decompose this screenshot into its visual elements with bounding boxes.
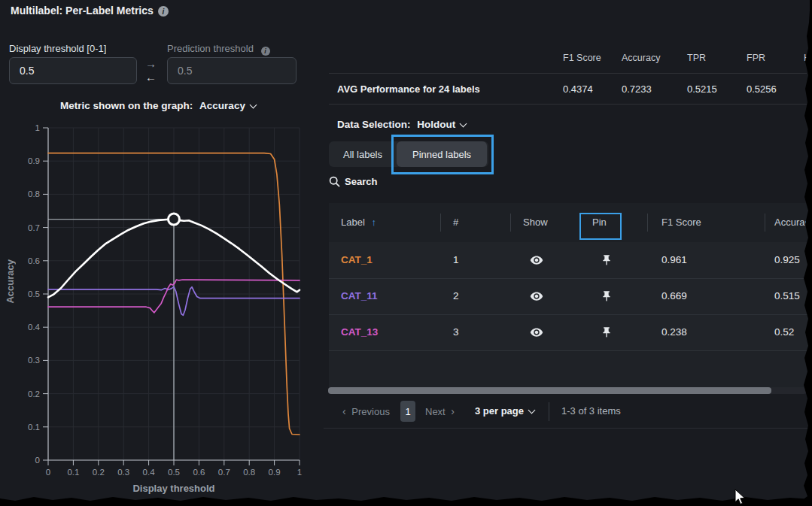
avg-accuracy-value: 0.7233 xyxy=(622,83,652,95)
labels-table-header xyxy=(329,203,812,242)
pin-icon[interactable] xyxy=(601,290,613,302)
table-row: CAT_13 3 0.238 0.52 xyxy=(329,315,812,350)
data-selection: Data Selection: Holdout xyxy=(337,119,466,130)
stat-col-tpr: TPR xyxy=(687,53,706,63)
svg-text:0.9: 0.9 xyxy=(28,156,40,165)
svg-text:0.3: 0.3 xyxy=(28,356,40,365)
svg-text:0.1: 0.1 xyxy=(28,423,40,432)
metric-dropdown-value: Accuracy xyxy=(199,100,245,111)
row-accuracy: 0.52 xyxy=(774,326,794,338)
svg-text:0.6: 0.6 xyxy=(28,256,40,265)
show-eye-icon[interactable] xyxy=(530,289,543,303)
avg-performance-label: AVG Performance for 24 labels xyxy=(337,83,480,95)
divider xyxy=(549,402,549,421)
column-header-label[interactable]: Label ↑ xyxy=(341,217,376,228)
row-accuracy: 0.515 xyxy=(774,290,800,301)
svg-text:0.5: 0.5 xyxy=(28,289,40,298)
stat-col-fpr: FPR xyxy=(747,53,765,63)
show-eye-icon[interactable] xyxy=(530,326,543,339)
divider xyxy=(647,214,648,232)
column-header-f1[interactable]: F1 Score xyxy=(661,217,701,228)
divider xyxy=(324,428,812,429)
items-range: 1-3 of 3 items xyxy=(561,405,621,417)
svg-text:0.8: 0.8 xyxy=(243,468,255,477)
info-icon[interactable]: i xyxy=(261,47,270,56)
tab-all-labels[interactable]: All labels xyxy=(329,141,397,167)
label-link[interactable]: CAT_1 xyxy=(341,254,373,265)
display-threshold-label: Display threshold [0-1] xyxy=(9,43,106,54)
chevron-left-icon: ‹ xyxy=(342,405,346,417)
annotation-box-pinned-labels xyxy=(391,135,494,174)
svg-text:0.2: 0.2 xyxy=(28,389,40,398)
search-label: Search xyxy=(345,176,377,187)
row-f1: 0.238 xyxy=(661,326,687,338)
chart-title-prefix: Metric shown on the graph: xyxy=(60,100,193,111)
stat-col-f1: F1 Score xyxy=(563,53,601,63)
row-f1: 0.669 xyxy=(661,290,687,301)
next-button[interactable]: Next › xyxy=(425,405,455,417)
avg-f1-value: 0.4374 xyxy=(563,83,593,95)
arrow-left-icon: ← xyxy=(145,71,157,83)
pin-icon[interactable] xyxy=(601,254,613,266)
svg-text:0.6: 0.6 xyxy=(193,468,205,477)
column-header-label-text: Label xyxy=(341,217,365,228)
svg-text:0.7: 0.7 xyxy=(28,223,40,232)
multilabel-metrics-panel: Multilabel: Per-Label Metrics i Display … xyxy=(0,0,812,506)
show-eye-icon[interactable] xyxy=(530,253,543,267)
prediction-threshold-input[interactable]: 0.5 xyxy=(167,57,297,84)
svg-text:1: 1 xyxy=(35,123,40,132)
chevron-right-icon: › xyxy=(451,405,455,417)
avg-tpr-value: 0.5215 xyxy=(687,83,717,95)
svg-text:0.2: 0.2 xyxy=(93,468,105,477)
avg-fpr-value: 0.5256 xyxy=(747,83,777,95)
metric-dropdown[interactable]: Accuracy xyxy=(199,100,256,111)
table-row: CAT_1 1 0.961 0.925 xyxy=(329,242,812,278)
pin-icon[interactable] xyxy=(601,326,613,338)
label-link[interactable]: CAT_11 xyxy=(341,290,378,301)
data-selection-dropdown[interactable]: Holdout xyxy=(417,119,466,130)
page-1-button[interactable]: 1 xyxy=(400,401,415,422)
previous-label: Previous xyxy=(351,406,390,417)
row-rank: 2 xyxy=(453,290,459,301)
chevron-down-icon xyxy=(528,407,536,414)
info-icon[interactable]: i xyxy=(158,6,169,17)
svg-text:0.8: 0.8 xyxy=(28,189,40,198)
accuracy-threshold-chart[interactable]: 00.10.20.30.40.50.60.70.80.9100.10.20.30… xyxy=(0,120,324,483)
divider xyxy=(440,214,441,232)
search-control[interactable]: Search xyxy=(329,176,377,187)
data-selection-value: Holdout xyxy=(417,119,455,130)
svg-text:0.5: 0.5 xyxy=(168,468,180,477)
label-link[interactable]: CAT_13 xyxy=(341,326,378,338)
divider xyxy=(329,104,807,105)
table-row: CAT_11 2 0.669 0.515 xyxy=(329,279,812,314)
arrow-right-icon: → xyxy=(145,57,157,70)
chart-title: Metric shown on the graph: Accuracy xyxy=(0,100,316,111)
torn-edge-bottom xyxy=(0,494,812,506)
x-axis-label: Display threshold xyxy=(48,483,300,494)
svg-text:0.9: 0.9 xyxy=(269,468,281,477)
row-accuracy: 0.925 xyxy=(774,254,800,265)
prediction-threshold-label: Prediction threshold i xyxy=(167,43,270,56)
tab-all-labels-text: All labels xyxy=(343,149,382,160)
svg-text:0.4: 0.4 xyxy=(143,468,156,477)
display-threshold-value: 0.5 xyxy=(20,65,34,77)
y-axis-label: Accuracy xyxy=(5,259,16,304)
prediction-threshold-label-text: Prediction threshold xyxy=(167,43,254,54)
horizontal-scrollbar-thumb[interactable] xyxy=(328,387,771,394)
chevron-down-icon xyxy=(460,120,467,128)
svg-text:0: 0 xyxy=(46,468,50,477)
previous-button[interactable]: ‹ Previous xyxy=(342,405,390,417)
svg-text:0.4: 0.4 xyxy=(28,323,41,332)
per-page-dropdown[interactable]: 3 per page xyxy=(475,405,534,417)
annotation-box-pin-column xyxy=(579,213,622,240)
divider xyxy=(765,214,765,232)
chevron-down-icon xyxy=(249,102,257,109)
svg-text:1: 1 xyxy=(297,468,302,477)
svg-text:0.1: 0.1 xyxy=(67,468,79,477)
display-threshold-input[interactable]: 0.5 xyxy=(9,57,137,84)
sort-asc-icon: ↑ xyxy=(371,217,376,228)
svg-text:0.3: 0.3 xyxy=(117,468,129,477)
column-header-num[interactable]: # xyxy=(453,217,458,228)
column-header-show[interactable]: Show xyxy=(523,217,548,228)
next-label: Next xyxy=(425,406,446,417)
